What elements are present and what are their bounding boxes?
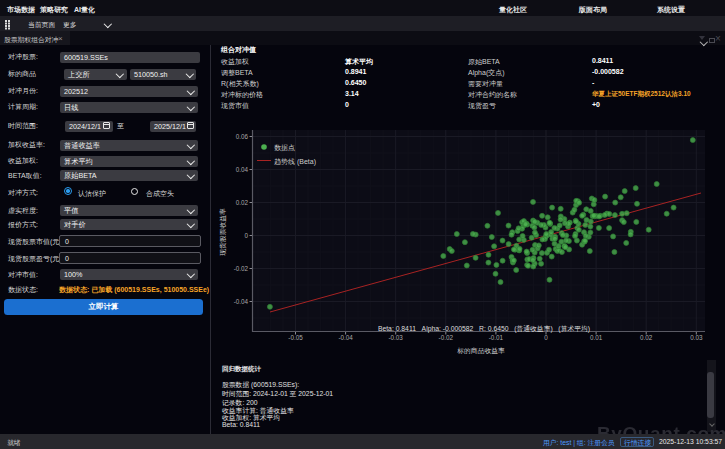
svg-text:0.02: 0.02 [236,199,249,206]
svg-text:-0.01: -0.01 [489,334,504,341]
svg-text:-0.03: -0.03 [389,334,404,341]
svg-text:Beta: 0.8411 Alpha: -0.00058: Beta: 0.8411 Alpha: -0.000582 R: 0.6450 … [378,324,590,333]
svg-text:0.04: 0.04 [236,166,249,173]
svg-text:0.03: 0.03 [690,334,703,341]
svg-text:-0.02: -0.02 [439,334,454,341]
svg-text:-0.02: -0.02 [234,265,249,272]
svg-text:0.06: 0.06 [236,133,249,140]
svg-text:0: 0 [244,232,248,239]
svg-text:标的商品收益率: 标的商品收益率 [456,347,505,355]
svg-text:现货股票收益率: 现货股票收益率 [219,208,227,256]
svg-text:数据点: 数据点 [274,144,295,152]
svg-text:-0.05: -0.05 [288,334,303,341]
svg-text:趋势线 (Beta): 趋势线 (Beta) [274,158,316,166]
svg-text:0.01: 0.01 [590,334,603,341]
svg-text:0.02: 0.02 [640,334,653,341]
svg-text:-0.04: -0.04 [234,298,249,305]
svg-text:0: 0 [544,334,548,341]
svg-text:-0.04: -0.04 [338,334,353,341]
